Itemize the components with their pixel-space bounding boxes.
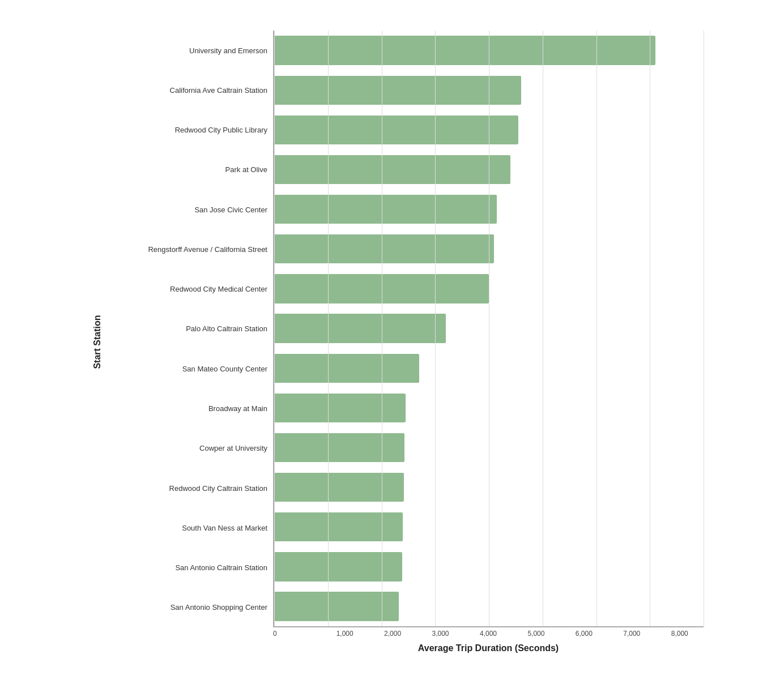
x-tick: 2,000 (369, 630, 416, 638)
y-label: Broadway at Main (114, 403, 267, 414)
bar (274, 433, 404, 462)
bar-row (274, 70, 704, 110)
bar (274, 592, 399, 621)
x-tick: 0 (273, 630, 321, 638)
y-label: San Jose Civic Center (114, 204, 267, 215)
x-tick: 7,000 (608, 630, 655, 638)
bar-row (274, 587, 704, 626)
y-label: Redwood City Caltrain Station (114, 483, 267, 494)
x-axis-label: Average Trip Duration (Seconds) (418, 643, 559, 653)
bar-row (274, 149, 704, 189)
y-label: Rengstorff Avenue / California Street (114, 244, 267, 255)
y-labels: University and EmersonCalifornia Ave Cal… (114, 31, 273, 627)
x-axis-label-container: Average Trip Duration (Seconds) (114, 643, 704, 653)
y-axis-label: Start Station (92, 315, 103, 369)
bar (274, 195, 497, 224)
bar-row (274, 309, 704, 348)
y-label: California Ave Caltrain Station (114, 85, 267, 96)
bar-row (274, 190, 704, 229)
bar-row (274, 388, 704, 428)
bar (274, 512, 403, 541)
x-tick: 4,000 (465, 630, 512, 638)
bar (274, 234, 494, 263)
bar-row (274, 269, 704, 309)
y-label: Park at Olive (114, 164, 267, 175)
bar-row (274, 348, 704, 388)
y-label: Redwood City Medical Center (114, 284, 267, 294)
x-tick: 8,000 (656, 630, 704, 638)
chart-area: Start Station University and EmersonCali… (80, 31, 704, 653)
bar (274, 36, 655, 65)
bar-row (274, 547, 704, 587)
y-axis-label-container: Start Station (80, 31, 114, 653)
bar-row (274, 229, 704, 269)
y-label: Cowper at University (114, 443, 267, 454)
bar (274, 552, 402, 581)
bar (274, 354, 419, 383)
x-tick: 5,000 (512, 630, 560, 638)
bar (274, 314, 446, 343)
bar-row (274, 507, 704, 547)
bar (274, 155, 510, 184)
x-axis-ticks: 01,0002,0003,0004,0005,0006,0007,0008,00… (114, 630, 704, 638)
bar-row (274, 428, 704, 467)
y-label: Palo Alto Caltrain Station (114, 323, 267, 334)
bar-row (274, 110, 704, 149)
bar (274, 76, 521, 105)
y-label: Redwood City Public Library (114, 125, 267, 135)
bar (274, 473, 404, 502)
bars-area (273, 31, 704, 627)
chart-container: Start Station University and EmersonCali… (80, 31, 704, 653)
y-label: University and Emerson (114, 45, 267, 56)
bar (274, 274, 489, 303)
y-label: San Mateo County Center (114, 364, 267, 374)
chart-main: University and EmersonCalifornia Ave Cal… (114, 31, 704, 653)
x-tick: 3,000 (416, 630, 464, 638)
bar (274, 394, 406, 422)
x-tick: 1,000 (321, 630, 368, 638)
y-label: San Antonio Shopping Center (114, 602, 267, 613)
bars-and-yaxis: University and EmersonCalifornia Ave Cal… (114, 31, 704, 627)
bar-row (274, 468, 704, 507)
y-label: San Antonio Caltrain Station (114, 562, 267, 573)
y-label: South Van Ness at Market (114, 523, 267, 533)
x-tick: 6,000 (560, 630, 608, 638)
bar-row (274, 31, 704, 70)
grid-line (704, 31, 704, 626)
bar (274, 116, 518, 144)
